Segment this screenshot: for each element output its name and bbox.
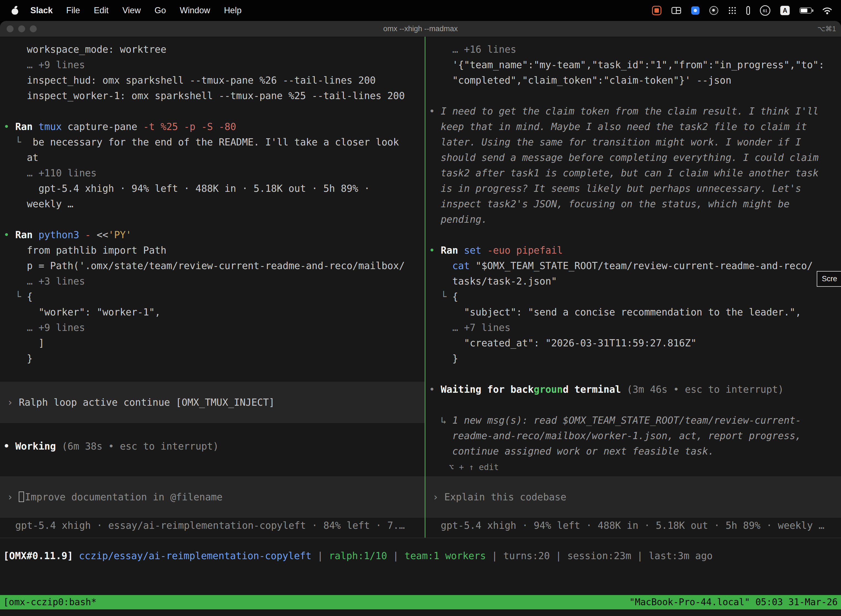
- app-menu-slack[interactable]: Slack: [24, 6, 59, 15]
- terminal-line: [429, 397, 841, 413]
- terminal-line: [4, 423, 425, 439]
- terminal-line: "subject": "send a concise recommendatio…: [429, 304, 841, 320]
- terminal-line: • I need to get the claim token from the…: [429, 104, 841, 119]
- terminal-line: workspace_mode: worktree: [4, 42, 425, 57]
- terminal-line: gpt-5.4 xhigh · 94% left · 488K in · 5.1…: [4, 181, 425, 196]
- terminal-window: omx --xhigh --madmax ⌥⌘1 workspace_mode:…: [0, 21, 841, 616]
- wifi-icon[interactable]: [822, 6, 833, 15]
- input-source-label: A: [783, 7, 787, 14]
- battery-icon[interactable]: [800, 7, 812, 13]
- terminal-line: ⌥ + ↑ edit: [429, 459, 841, 474]
- terminal-line: keep that in mind. Maybe I also need the…: [429, 119, 841, 134]
- terminal-line: └ {: [4, 289, 425, 304]
- terminal-line: "worker": "worker-1",: [4, 304, 425, 320]
- terminal-line: task2 after task1 is complete, but can I…: [429, 165, 841, 181]
- menu-go[interactable]: Go: [148, 6, 173, 15]
- terminal-line: … +16 lines: [429, 42, 841, 57]
- menu-file[interactable]: File: [59, 6, 87, 15]
- terminal-line: later. Using the same for transition mig…: [429, 134, 841, 150]
- terminal-line: weekly …: [4, 196, 425, 212]
- dark-circle-app-icon[interactable]: [709, 6, 718, 15]
- tmux-session-label: [omx-cczip0:bash*: [3, 595, 97, 609]
- terminal-line: p = Path('.omx/state/team/review-current…: [4, 258, 425, 273]
- terminal-line: inspect_hud: omx sparkshell --tmux-pane …: [4, 73, 425, 88]
- zoom-button[interactable]: [30, 25, 37, 32]
- terminal-line: • Ran python3 - <<'PY': [4, 227, 425, 243]
- terminal-line: readme-and-reco/mailbox/worker-1.json, a…: [429, 428, 841, 443]
- terminal-line: continue assigned work or next feasible …: [429, 443, 841, 459]
- apple-menu[interactable]: [6, 6, 24, 15]
- terminal-line: is in progress? It seems likely but perh…: [429, 181, 841, 196]
- menu-bar-menus: FileEditViewGoWindowHelp: [59, 6, 248, 15]
- terminal-line: ↳ 1 new msg(s): read $OMX_TEAM_STATE_ROO…: [429, 413, 841, 428]
- window-shortcut-hint: ⌥⌘1: [817, 25, 836, 33]
- window-title: omx --xhigh --madmax: [383, 25, 458, 33]
- terminal-line: inspect task2's JSON, focusing on the st…: [429, 196, 841, 212]
- dots-grid-icon[interactable]: [728, 6, 736, 15]
- prompt-suggestion[interactable]: › Explain this codebase: [425, 476, 841, 518]
- terminal-line: ]: [4, 335, 425, 351]
- menu-view[interactable]: View: [115, 6, 148, 15]
- terminal-line: }: [4, 351, 425, 366]
- close-button[interactable]: [7, 25, 13, 32]
- terminal-line: … +9 lines: [4, 320, 425, 335]
- terminal-line: [4, 104, 425, 119]
- terminal-line: [4, 366, 425, 382]
- terminal-line: inspect_worker-1: omx sparkshell --tmux-…: [4, 88, 425, 104]
- terminal-line: '{"team_name":"my-team","task_id":"1","f…: [429, 57, 841, 73]
- ralph-loop-banner[interactable]: › Ralph loop active continue [OMX_TMUX_I…: [0, 382, 425, 423]
- right-terminal-pane[interactable]: … +16 lines '{"team_name":"my-team","tas…: [425, 37, 841, 538]
- terminal-line: cat "$OMX_TEAM_STATE_ROOT/team/review-cu…: [429, 258, 841, 273]
- apple-logo-icon: [12, 6, 18, 15]
- terminal-line: }: [429, 351, 841, 366]
- terminal-line: • Ran tmux capture-pane -t %25 -p -S -80: [4, 119, 425, 134]
- terminal-content: workspace_mode: worktree … +9 lines insp…: [0, 37, 841, 538]
- terminal-line: tasks/task-2.json": [429, 273, 841, 289]
- menu-edit[interactable]: Edit: [87, 6, 115, 15]
- menu-help[interactable]: Help: [217, 6, 249, 15]
- tmux-status-bar: [omx-cczip0:bash* "MacBook-Pro-44.local"…: [0, 595, 841, 609]
- menu-bar: Slack FileEditViewGoWindowHelp 61 A: [0, 0, 841, 21]
- terminal-line: from pathlib import Path: [4, 243, 425, 258]
- menu-window[interactable]: Window: [173, 6, 217, 15]
- terminal-line: "completed","claim_token":"claim-token"}…: [429, 73, 841, 88]
- terminal-line: └ be necessary for the end of the README…: [4, 134, 425, 150]
- terminal-line: … +3 lines: [4, 273, 425, 289]
- terminal-line: pending.: [429, 212, 841, 227]
- terminal-line: [429, 366, 841, 382]
- tmux-host-clock-label: "MacBook-Pro-44.local" 05:03 31-Mar-26: [629, 595, 838, 609]
- screen-tooltip-overlay: Scre: [817, 271, 841, 287]
- terminal-line: gpt-5.4 xhigh · essay/ai-reimplementatio…: [4, 518, 425, 533]
- menu-bar-status-icons: 61 A: [652, 5, 835, 16]
- terminal-line: [429, 227, 841, 243]
- terminal-line: at: [4, 150, 425, 165]
- terminal-line: [429, 88, 841, 104]
- terminal-line: … +9 lines: [4, 57, 425, 73]
- terminal-line: • Ran set -euo pipefail: [429, 243, 841, 258]
- pill-icon[interactable]: [746, 6, 750, 15]
- terminal-line: • Waiting for background terminal (3m 46…: [429, 382, 841, 397]
- left-terminal-pane[interactable]: workspace_mode: worktree … +9 lines insp…: [0, 37, 425, 538]
- battery-percent-circle-icon[interactable]: 61: [760, 5, 771, 16]
- terminal-line: "created_at": "2026-03-31T11:59:27.816Z": [429, 335, 841, 351]
- prompt-input[interactable]: › Improve documentation in @filename: [0, 476, 425, 518]
- battery-percent-value: 61: [763, 8, 768, 13]
- terminal-line: … +7 lines: [429, 320, 841, 335]
- terminal-line: … +110 lines: [4, 165, 425, 181]
- input-source-icon[interactable]: A: [780, 6, 790, 15]
- screen-recording-icon[interactable]: [652, 6, 661, 15]
- terminal-line: [4, 212, 425, 227]
- terminal-line: • Working (6m 38s • esc to interrupt): [4, 439, 425, 454]
- blue-app-icon[interactable]: [691, 6, 699, 15]
- window-title-bar[interactable]: omx --xhigh --madmax ⌥⌘1: [0, 21, 841, 37]
- traffic-lights: [7, 21, 37, 37]
- terminal-line: [4, 454, 425, 469]
- text-cursor: [19, 491, 24, 502]
- menu-bar-left: Slack FileEditViewGoWindowHelp: [6, 6, 248, 15]
- window-tiling-icon[interactable]: [671, 7, 681, 14]
- minimize-button[interactable]: [18, 25, 25, 32]
- terminal-line: should send a message before completing …: [429, 150, 841, 165]
- omx-status-line: [OMX#0.11.9] cczip/essay/ai-reimplementa…: [3, 548, 713, 563]
- terminal-line: gpt-5.4 xhigh · 94% left · 488K in · 5.1…: [429, 518, 841, 533]
- terminal-line: └ {: [429, 289, 841, 304]
